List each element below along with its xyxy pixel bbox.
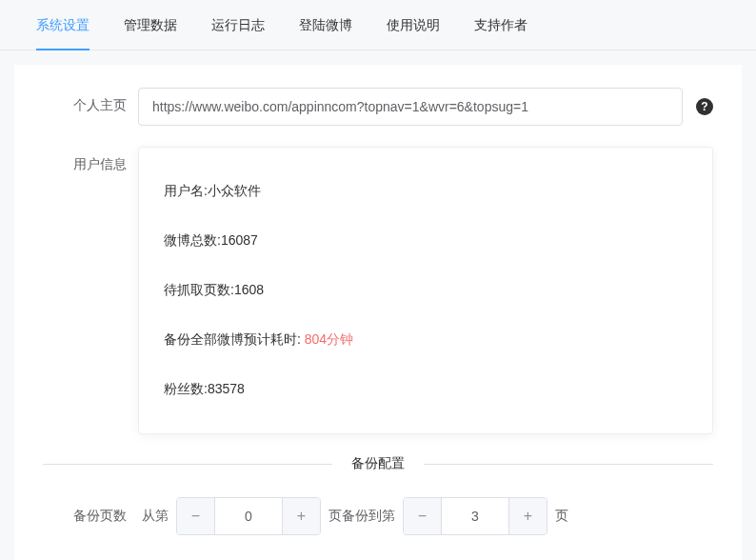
to-text: 页备份到第 [328,508,395,525]
help-icon[interactable]: ? [696,98,713,115]
from-text: 从第 [142,508,169,525]
homepage-row: 个人主页 ? [43,88,713,126]
userinfo-card: 用户名:小众软件 微博总数:16087 待抓取页数:1608 备份全部微博预计耗… [138,147,713,434]
homepage-input[interactable] [138,88,683,126]
followers-line: 粉丝数:83578 [164,365,687,414]
total-posts-line: 微博总数:16087 [164,216,687,266]
tabs-bar: 系统设置 管理数据 运行日志 登陆微博 使用说明 支持作者 [0,0,756,50]
userinfo-row: 用户信息 用户名:小众软件 微博总数:16087 待抓取页数:1608 备份全部… [43,147,713,434]
content-panel: 个人主页 ? 用户信息 用户名:小众软件 微博总数:16087 待抓取页数:16… [14,65,742,560]
homepage-label: 个人主页 [43,88,138,114]
from-decrease-button[interactable]: − [177,497,215,535]
from-increase-button[interactable]: + [282,497,320,535]
from-page-stepper: − + [176,497,321,535]
backup-pages-label: 备份页数 [43,508,138,525]
tab-system-settings[interactable]: 系统设置 [19,0,107,50]
page-suffix: 页 [555,508,568,525]
backup-pages-row: 备份页数 从第 − + 页备份到第 − + 页 [43,490,713,543]
tab-support-author[interactable]: 支持作者 [457,0,545,50]
from-page-input[interactable] [215,509,282,524]
tab-run-log[interactable]: 运行日志 [194,0,282,50]
to-page-input[interactable] [442,509,508,524]
divider-backup-config: 备份配置 [43,455,713,472]
to-page-stepper: − + [403,497,547,535]
userinfo-label: 用户信息 [43,147,138,173]
tab-login-weibo[interactable]: 登陆微博 [282,0,369,50]
backup-time-line: 备份全部微博预计耗时: 804分钟 [164,315,687,365]
divider-label: 备份配置 [332,455,424,472]
tab-manage-data[interactable]: 管理数据 [107,0,194,50]
to-increase-button[interactable]: + [508,497,547,535]
to-decrease-button[interactable]: − [404,497,442,535]
username-line: 用户名:小众软件 [164,167,687,216]
pages-to-fetch-line: 待抓取页数:1608 [164,266,687,315]
tab-instructions[interactable]: 使用说明 [369,0,457,50]
